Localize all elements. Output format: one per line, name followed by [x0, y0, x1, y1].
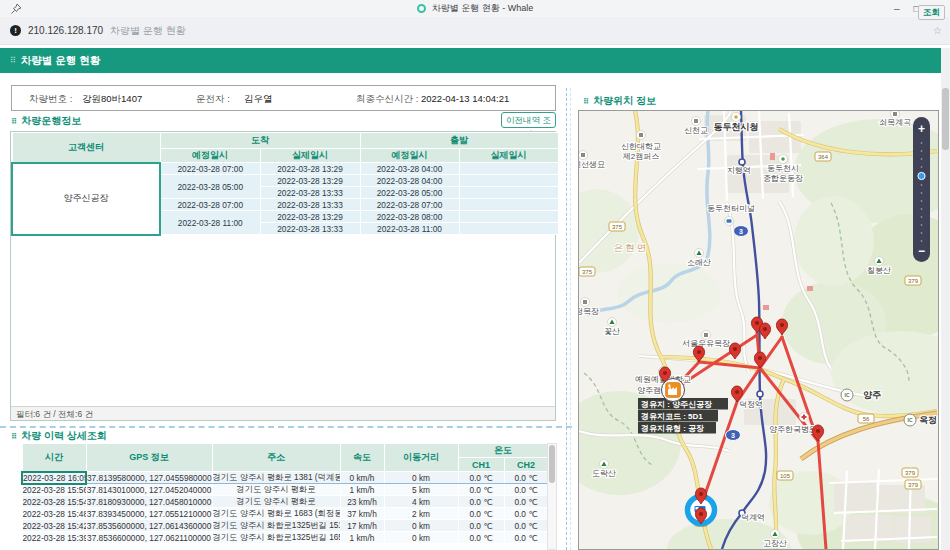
map-label: 꽃산: [604, 327, 620, 336]
col-speed[interactable]: 속도: [340, 444, 384, 472]
window-title-group: 차량별 운행 현황 - Whale: [0, 0, 950, 17]
svg-text:경유지유형 : 공장: 경유지유형 : 공장: [641, 424, 704, 433]
map-label: 쇠목계곡: [879, 118, 911, 127]
map-label: 서울우유목장: [682, 339, 730, 348]
minimize-button[interactable]: –: [894, 3, 900, 14]
waypoint-tooltip: 경유지 : 양주신공장 경유지코드 : 5D1 경유지유형 : 공장: [638, 398, 728, 434]
col-ch2[interactable]: CH2: [504, 458, 548, 472]
col-dep-plan[interactable]: 예정일시: [360, 149, 459, 163]
col-distance[interactable]: 이동거리: [384, 444, 458, 472]
section-dots-icon: ⠿: [11, 117, 17, 126]
url-host: 210.126.128.170: [28, 25, 103, 36]
grip-dots-icon: ⠿: [10, 56, 16, 65]
svg-text:364: 364: [818, 154, 829, 160]
col-dep-actual[interactable]: 실제일시: [459, 149, 558, 163]
map-container: 364 375 375 379 379 379 105 56 3 3: [578, 110, 939, 550]
table-row[interactable]: 2022-03-28 15:4837.8393450000, 127.05512…: [22, 508, 548, 520]
whale-logo-icon: [417, 4, 426, 13]
map-label: 동두천시청: [714, 122, 759, 132]
svg-text:375: 375: [612, 224, 623, 230]
scrollbar-thumb[interactable]: [549, 445, 555, 483]
vertical-splitter[interactable]: [566, 88, 571, 550]
query-button[interactable]: 조회: [918, 5, 945, 20]
col-arr-actual[interactable]: 실제일시: [260, 149, 360, 163]
customer-center-cell[interactable]: 양주신공장: [12, 163, 160, 235]
table-row[interactable]: 2022-03-28 15:5437.8180930000, 127.04580…: [22, 496, 548, 508]
table-row[interactable]: 2022-03-28 15:3937.8536600000, 127.06211…: [22, 532, 548, 544]
svg-text:379: 379: [905, 470, 916, 476]
map-label: 고장산: [763, 539, 787, 548]
vehicle-no-label: 차량번호 :: [29, 93, 72, 106]
last-recv-value: 2022-04-13 14:04:21: [421, 93, 509, 104]
history-section-title: ⠿ 차량 이력 상세조회: [11, 429, 107, 443]
page-header: ⠿ 차량별 운행 현황: [0, 48, 950, 73]
section-dots-icon: ⠿: [583, 97, 589, 106]
map-label: 소래산: [687, 258, 711, 267]
zoom-level-handle[interactable]: [918, 172, 925, 179]
svg-text:경유지코드 : 5D1: 경유지코드 : 5D1: [641, 412, 703, 421]
col-departure[interactable]: 출발: [360, 133, 558, 149]
trip-table: 고객센터 도착 출발 예정일시 실제일시 예정일시 실제일시 양주신공장 202…: [11, 132, 559, 236]
title-bar: 차량별 운행 현황 - Whale – □ ✕: [0, 0, 950, 17]
map-label: 도락산: [592, 469, 616, 478]
scrollbar-thumb[interactable]: [942, 88, 949, 150]
col-customer-center[interactable]: 고객센터: [12, 133, 160, 163]
bookmark-icon[interactable]: ☆: [933, 25, 942, 36]
map-canvas[interactable]: 364 375 375 379 379 379 105 56 3 3: [579, 111, 938, 549]
page-scrollbar[interactable]: [941, 48, 950, 550]
col-gps[interactable]: GPS 정보: [86, 444, 212, 472]
driver-value: 김우열: [244, 93, 273, 106]
trip-table-container: 고객센터 도착 출발 예정일시 실제일시 예정일시 실제일시 양주신공장 202…: [10, 131, 556, 421]
map-label: 양주: [863, 390, 881, 400]
svg-text:IC: IC: [908, 417, 913, 423]
map-label: 옥정: [919, 415, 937, 425]
map-label: 칠봉산: [867, 266, 891, 275]
col-time[interactable]: 시간: [22, 444, 86, 472]
vehicle-no-value: 강원80바1407: [82, 93, 142, 106]
svg-text:375: 375: [582, 269, 593, 275]
url-bar[interactable]: ! 210.126.128.170 차량별 운행 현황 ☆: [0, 17, 950, 45]
map-label: 신한대학교: [621, 142, 661, 151]
svg-text:379: 379: [908, 278, 919, 284]
svg-text:IC: IC: [845, 392, 850, 398]
zoom-out-button[interactable]: −: [918, 244, 925, 258]
map-label: 제2캠퍼스: [623, 152, 659, 161]
horizontal-splitter[interactable]: [0, 426, 572, 428]
svg-text:3: 3: [739, 228, 743, 235]
map-label: 은현면: [614, 242, 649, 253]
map-section-title: ⠿ 차량위치 정보: [583, 94, 656, 108]
map-label: 덕계역: [741, 513, 765, 522]
zoom-in-button[interactable]: +: [918, 122, 925, 136]
map-label: 동두천시: [767, 164, 799, 173]
factory-marker[interactable]: [662, 379, 685, 402]
url-page-title: 차량별 운행 현황: [110, 24, 186, 38]
page-title: 차량별 운행 현황: [21, 54, 100, 68]
col-arr-plan[interactable]: 예정일시: [160, 149, 260, 163]
table-row-selected[interactable]: 2022-03-28 16:0537.8139580000, 127.04559…: [22, 472, 548, 484]
col-address[interactable]: 주소: [212, 444, 340, 472]
table-row[interactable]: 양주신공장 2022-03-28 07:002022-03-28 13:29 2…: [12, 163, 558, 175]
history-scrollbar[interactable]: [547, 443, 557, 550]
history-table-container: 시간 GPS 정보 주소 속도 이동거리 온도 CH1 CH2 2022-03-…: [21, 443, 557, 550]
map-label: 양주한국병원: [769, 425, 817, 434]
section-dots-icon: ⠿: [11, 432, 17, 441]
map-label: 종합운동장: [763, 174, 803, 183]
table-row[interactable]: 2022-03-28 15:4237.8535600000, 127.06143…: [22, 520, 548, 532]
svg-text:56: 56: [863, 416, 870, 422]
window-title: 차량별 운행 현황 - Whale: [432, 2, 534, 15]
zoom-control[interactable]: + −: [913, 117, 930, 262]
trip-section-title: ⠿ 차량운행정보: [11, 114, 81, 128]
col-ch1[interactable]: CH1: [458, 458, 504, 472]
col-arrival[interactable]: 도착: [160, 133, 360, 149]
map-label: 신선생묘: [579, 160, 605, 169]
site-info-icon[interactable]: !: [10, 25, 21, 36]
browser-window: 차량별 운행 현황 - Whale – □ ✕ ! 210.126.128.17…: [0, 0, 950, 550]
svg-text:3: 3: [731, 432, 735, 439]
map-label: 신천교: [684, 126, 708, 135]
prev-history-button[interactable]: 이전내역 조회: [501, 112, 556, 128]
driver-label: 운전자 :: [196, 93, 230, 106]
map-label: 동두천터미널: [707, 204, 755, 213]
history-table: 시간 GPS 정보 주소 속도 이동거리 온도 CH1 CH2 2022-03-…: [21, 443, 549, 544]
table-row[interactable]: 2022-03-28 15:5637.8143010000, 127.04520…: [22, 484, 548, 496]
col-temperature[interactable]: 온도: [458, 444, 548, 458]
